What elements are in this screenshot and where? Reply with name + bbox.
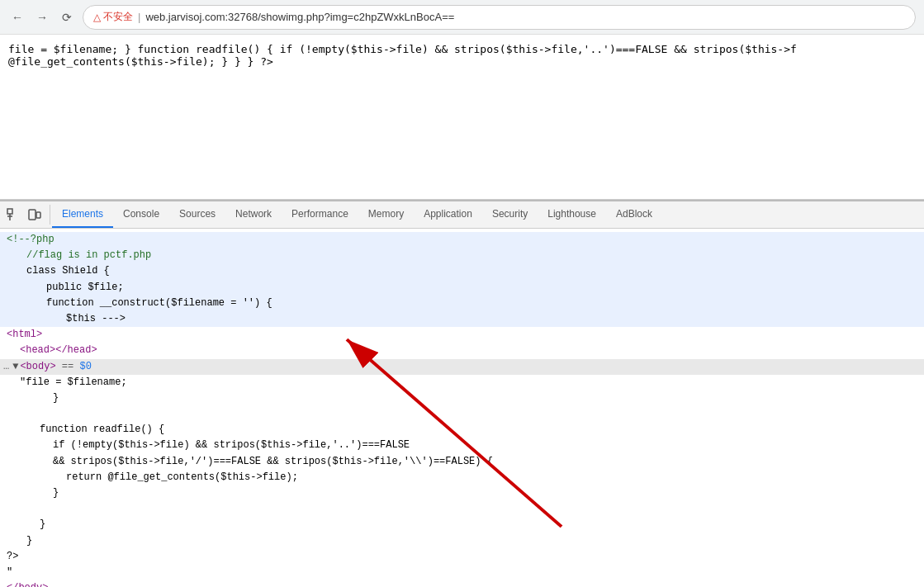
code-text: " — [7, 565, 12, 580]
elements-panel[interactable]: <!--?php //flag is in pctf.php class Shi… — [0, 229, 924, 587]
code-line-17: } — [0, 485, 924, 501]
code-text: && stripos($this->file,'/')===FALSE && s… — [53, 454, 493, 470]
code-text: } — [26, 533, 32, 549]
code-line-8: <head></head> — [0, 343, 924, 358]
svg-rect-4 — [36, 212, 40, 218]
tab-adblock[interactable]: AdBlock — [606, 201, 662, 228]
tab-performance[interactable]: Performance — [282, 201, 358, 228]
lock-icon: △ — [93, 12, 101, 23]
code-text: return @file_get_contents($this->file); — [66, 470, 298, 485]
code-line-6: $this ---> — [0, 311, 924, 327]
code-line-12 — [0, 406, 924, 422]
code-line-18 — [0, 501, 924, 517]
toolbar-icons — [3, 205, 50, 225]
back-button[interactable]: ← — [8, 8, 26, 26]
code-line-23: </body> — [0, 580, 924, 587]
code-line-9: … ▼ <body> == $0 — [0, 359, 924, 375]
element-picker-icon — [7, 208, 20, 221]
address-separator: | — [138, 11, 140, 23]
device-toggle-button[interactable] — [25, 205, 45, 225]
address-text: web.jarvisoj.com:32768/showimg.php?img=c… — [145, 11, 454, 23]
devtools-tabs: Elements Console Sources Network Perform… — [52, 201, 662, 228]
insecure-text: 不安全 — [103, 10, 133, 24]
devtools-toolbar: Elements Console Sources Network Perform… — [0, 201, 924, 229]
code-line-13: function readfile() { — [0, 422, 924, 438]
address-bar[interactable]: △ 不安全 | web.jarvisoj.com:32768/showimg.p… — [83, 5, 916, 30]
tab-elements[interactable]: Elements — [52, 201, 113, 228]
insecure-badge: △ 不安全 — [93, 10, 133, 24]
code-line-21: ?> — [0, 549, 924, 565]
code-text: public $file; — [46, 280, 124, 296]
tab-memory[interactable]: Memory — [358, 201, 414, 228]
page-line-2: @file_get_contents($this->file); } } } ?… — [8, 55, 916, 68]
code-line-5: function __construct($filename = '') { — [0, 296, 924, 311]
code-text-body: == — [56, 359, 80, 375]
tab-security[interactable]: Security — [482, 201, 538, 228]
code-text: function readfile() { — [40, 422, 164, 438]
tab-console[interactable]: Console — [113, 201, 169, 228]
code-line-15: && stripos($this->file,'/')===FALSE && s… — [0, 454, 924, 470]
devtools-content: <!--?php //flag is in pctf.php class Shi… — [0, 229, 924, 587]
tab-lighthouse[interactable]: Lighthouse — [538, 201, 606, 228]
code-line-14: if (!empty($this->file) && stripos($this… — [0, 438, 924, 453]
code-line-11: } — [0, 391, 924, 406]
devtools-panel: Elements Console Sources Network Perform… — [0, 200, 924, 587]
code-line-16: return @file_get_contents($this->file); — [0, 470, 924, 485]
code-text: if (!empty($this->file) && stripos($this… — [53, 438, 410, 453]
code-line-19: } — [0, 517, 924, 533]
code-line-7: <html> — [0, 327, 924, 343]
expand-triangle: ▼ — [12, 359, 18, 375]
tab-network[interactable]: Network — [225, 201, 282, 228]
page-line-1: file = $filename; } function readfile() … — [8, 43, 916, 55]
code-line-2: //flag is in pctf.php — [0, 248, 924, 263]
device-toggle-icon — [28, 208, 41, 221]
code-text: <head></head> — [20, 343, 97, 358]
code-line-10: "file = $filename; — [0, 375, 924, 391]
forward-button[interactable]: → — [33, 8, 51, 26]
expand-ellipsis: … — [3, 359, 9, 375]
code-line-1: <!--?php — [0, 232, 924, 248]
code-line-3: class Shield { — [0, 263, 924, 279]
code-text: <body> — [20, 359, 55, 375]
browser-chrome: ← → ⟳ △ 不安全 | web.jarvisoj.com:32768/sho… — [0, 0, 924, 35]
tab-application[interactable]: Application — [414, 201, 482, 228]
element-picker-button[interactable] — [3, 205, 23, 225]
page-content-area: file = $filename; } function readfile() … — [0, 35, 924, 200]
code-text: </body> — [7, 580, 48, 587]
code-text: //flag is in pctf.php — [26, 248, 151, 263]
reload-button[interactable]: ⟳ — [58, 8, 76, 26]
tab-sources[interactable]: Sources — [169, 201, 225, 228]
svg-rect-3 — [29, 210, 36, 220]
code-text: <html> — [7, 327, 42, 343]
code-line-20: } — [0, 533, 924, 549]
code-text: $this ---> — [66, 311, 126, 327]
code-text: <!--?php — [7, 232, 54, 248]
code-text: } — [53, 391, 59, 406]
code-line-4: public $file; — [0, 280, 924, 296]
code-line-22: " — [0, 565, 924, 580]
code-text-body-val: $0 — [79, 359, 91, 375]
code-text: class Shield { — [26, 263, 110, 279]
code-text: "file = $filename; — [20, 375, 127, 391]
code-text: ?> — [7, 549, 18, 565]
code-text: } — [53, 485, 59, 501]
code-text: function __construct($filename = '') { — [46, 296, 272, 311]
code-text: } — [40, 517, 45, 533]
svg-rect-0 — [7, 209, 12, 214]
